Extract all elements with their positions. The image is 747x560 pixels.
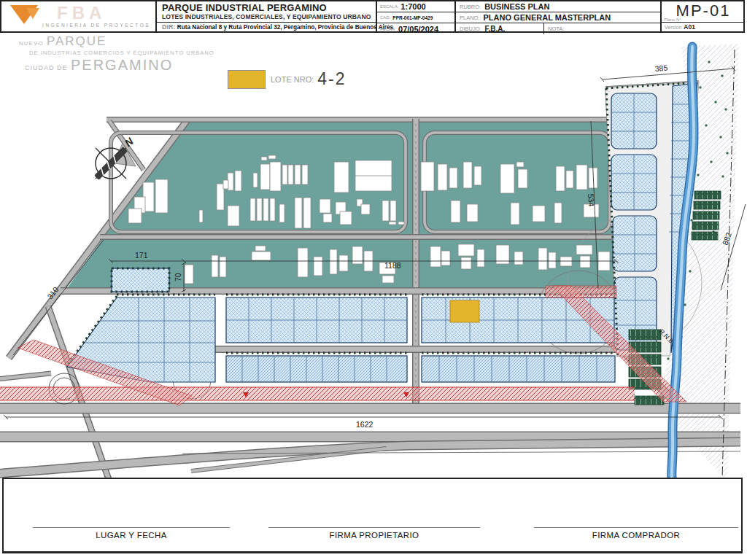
site-plan-drawing: 385 534 882 310 171 70 1188 1622 R.N.8 N [0, 0, 747, 560]
watermark-line1: NUEVO PARQUE [19, 34, 214, 49]
company-tagline: INGENIERIA DE PROYECTOS [42, 23, 150, 28]
plano-value: PLANO GENERAL MASTERPLAN [484, 13, 611, 22]
classification-cell: RUBRO: BUSINESS PLAN PLANO: PLANO GENERA… [456, 1, 662, 31]
escala-label: ESCALA: [380, 4, 398, 9]
plano-row: PLANO: PLANO GENERAL MASTERPLAN [456, 12, 660, 23]
company-logo-triangle-small-icon [26, 8, 39, 19]
cad-label: CAD: [380, 15, 390, 20]
dim-top-width: 385 [654, 63, 668, 72]
signature-block: LUGAR Y FECHA FIRMA PROPIETARIO FIRMA CO… [2, 478, 743, 553]
plano-n-label: Plano N° [664, 18, 681, 22]
masterplan-sheet: 385 534 882 310 171 70 1188 1622 R.N.8 N… [0, 0, 747, 560]
project-title: PARQUE INDUSTRIAL PERGAMINO [162, 3, 376, 13]
plano-label: PLANO: [460, 15, 480, 21]
dim-total-frontage: 1622 [356, 420, 374, 429]
watermark-line3: CIUDAD DE PERGAMINO [25, 57, 214, 74]
legend-lot-number: 4-2 [317, 69, 346, 89]
dibujo-nota-row: DIBUJO: F.B.A. NOTA: [456, 23, 660, 34]
escala-row: ESCALA: 1:7000 [377, 1, 454, 12]
version-label: Version [665, 25, 681, 30]
fecha-value: 07/05/2024 [398, 25, 438, 34]
dim-lot-block-depth: 70 [174, 273, 182, 281]
signature-line-buyer: FIRMA COMPRADOR [534, 527, 738, 541]
place-date-label: LUGAR Y FECHA [96, 531, 166, 540]
logo-cell: FBA INGENIERIA DE PROYECTOS [1, 1, 157, 31]
watermark-nuevo: NUEVO [19, 40, 43, 47]
title-block: FBA INGENIERIA DE PROYECTOS PARQUE INDUS… [0, 0, 745, 33]
watermark-ciudad-de: CIUDAD DE [25, 64, 68, 71]
signature-line-owner: FIRMA PROPIETARIO [268, 527, 480, 541]
signature-line-place-date: LUGAR Y FECHA [33, 527, 230, 541]
dim-industrial-depth: 534 [587, 193, 596, 206]
company-name: FBA [57, 3, 106, 23]
rubro-row: RUBRO: BUSINESS PLAN [456, 1, 660, 12]
project-address-row: DIR: Ruta Nacional 8 y Ruta Provincial 3… [157, 23, 376, 32]
dim-main-frontage: 1188 [384, 261, 401, 270]
project-cell: PARQUE INDUSTRIAL PERGAMINO LOTES INDUST… [157, 1, 377, 31]
dibujo-label: DIBUJO: [460, 26, 481, 32]
buyer-signature-label: FIRMA COMPRADOR [592, 531, 680, 540]
project-title-row: PARQUE INDUSTRIAL PERGAMINO LOTES INDUST… [157, 1, 376, 23]
dim-lot-block-width: 171 [135, 251, 148, 260]
sheet-number-cell: MP-01 Plano N° [662, 1, 745, 23]
lot-legend: LOTE NRO: 4-2 [228, 69, 347, 89]
dir-value: Ruta Nacional 8 y Ruta Provincial 32, Pe… [177, 24, 393, 31]
dibujo-value: F.B.A. [485, 25, 506, 33]
rubro-value: BUSINESS PLAN [484, 2, 549, 11]
watermark-parque: PARQUE [47, 34, 107, 48]
highlighted-lot-4-2 [450, 300, 479, 322]
lot-color-swatch [228, 70, 266, 89]
fields-cell: ESCALA: 1:7000 CAD: PPR-001-MP-0429 FECH… [377, 1, 456, 31]
project-subtitle: LOTES INDUSTRIALES, COMERCIALES, Y EQUIP… [162, 13, 376, 20]
cad-value: PPR-001-MP-0429 [392, 15, 433, 20]
cad-row: CAD: PPR-001-MP-0429 [377, 12, 454, 23]
dir-label: DIR: [162, 23, 176, 31]
rubro-label: RUBRO: [460, 4, 481, 10]
legend-label: LOTE NRO: [271, 75, 314, 84]
fecha-row: FECHA: 07/05/2024 [377, 23, 454, 34]
sheet-id-cell: MP-01 Plano N° Version A01 [662, 1, 745, 31]
project-watermark: NUEVO PARQUE DE INDUSTRIAS COMERCIOS Y E… [19, 34, 214, 74]
version-row: Version A01 [662, 23, 745, 31]
owner-signature-label: FIRMA PROPIETARIO [330, 531, 419, 540]
nota-label: NOTA: [548, 26, 564, 32]
watermark-line2: DE INDUSTRIAS COMERCIOS Y EQUIPAMIENTO U… [29, 50, 214, 56]
fecha-label: FECHA: [380, 27, 396, 31]
watermark-pergamino: PERGAMINO [71, 57, 173, 73]
version-value: A01 [684, 23, 695, 31]
escala-value: 1:7000 [400, 2, 425, 11]
